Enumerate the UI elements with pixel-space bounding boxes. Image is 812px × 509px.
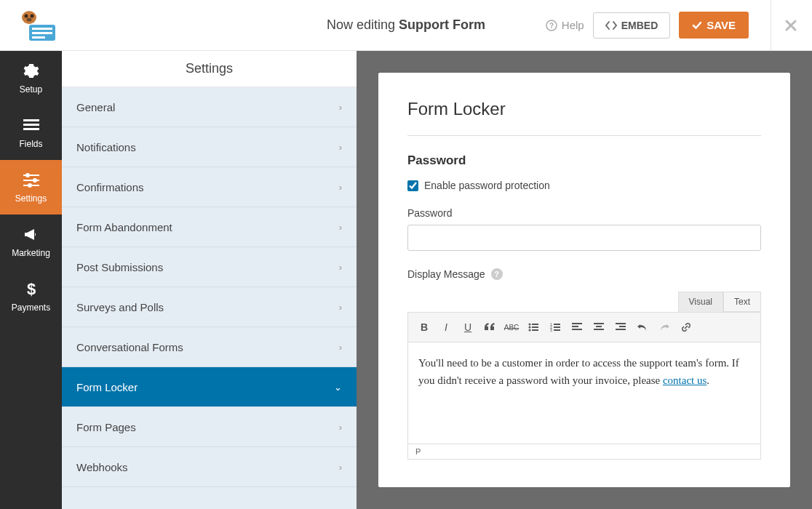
help-tooltip-icon[interactable]: ? <box>491 268 503 280</box>
panel-title: Form Locker <box>407 99 761 136</box>
svg-point-0 <box>22 11 36 24</box>
italic-button[interactable]: I <box>436 317 456 337</box>
nav-label: Fields <box>19 139 42 149</box>
display-message-label: Display Message ? <box>407 268 761 280</box>
svg-point-2 <box>31 14 34 17</box>
chevron-right-icon: › <box>339 342 342 353</box>
enable-password-checkbox-row[interactable]: Enable password protection <box>407 180 761 191</box>
svg-rect-40 <box>616 329 626 330</box>
numbered-list-button[interactable]: 123 <box>545 317 565 337</box>
svg-point-16 <box>33 178 37 183</box>
chevron-right-icon: › <box>339 182 342 193</box>
editor-toolbar: B I U ABC 123 <box>407 312 761 342</box>
settings-item-label: Conversational Forms <box>76 341 183 353</box>
code-icon <box>605 20 617 31</box>
chevron-right-icon: › <box>339 422 342 433</box>
wpforms-logo[interactable] <box>15 7 58 44</box>
svg-rect-6 <box>32 32 52 34</box>
svg-rect-5 <box>32 28 52 30</box>
save-button[interactable]: SAVE <box>679 12 749 39</box>
contact-us-link[interactable]: contact us <box>663 374 706 386</box>
redo-button[interactable] <box>654 317 674 337</box>
svg-rect-33 <box>572 326 578 327</box>
nav-label: Payments <box>12 302 50 313</box>
gear-icon <box>23 63 40 80</box>
nav-fields[interactable]: Fields <box>0 105 62 160</box>
settings-item-label: Post Submissions <box>76 261 163 273</box>
help-icon: ? <box>546 20 557 31</box>
settings-item-webhooks[interactable]: Webhooks› <box>62 447 357 487</box>
align-left-button[interactable] <box>567 317 587 337</box>
settings-item-confirmations[interactable]: Confirmations› <box>62 167 357 207</box>
chevron-right-icon: › <box>339 302 342 313</box>
svg-rect-25 <box>532 329 538 331</box>
align-right-button[interactable] <box>610 317 631 337</box>
bullhorn-icon <box>23 226 40 244</box>
close-button[interactable] <box>771 0 797 51</box>
settings-item-label: Form Pages <box>76 421 136 433</box>
help-link[interactable]: ? Help <box>546 19 584 31</box>
svg-rect-27 <box>554 324 560 325</box>
nav-settings[interactable]: Settings <box>0 160 62 215</box>
align-center-button[interactable] <box>589 317 609 337</box>
svg-rect-38 <box>616 323 626 324</box>
settings-item-label: General <box>76 101 115 113</box>
nav-label: Setup <box>20 84 42 95</box>
editor-tab-visual[interactable]: Visual <box>678 292 723 312</box>
svg-point-14 <box>25 173 30 177</box>
svg-text:3: 3 <box>550 328 552 332</box>
settings-item-form-locker[interactable]: Form Locker⌄ <box>62 367 357 407</box>
password-input[interactable] <box>407 225 761 251</box>
editor-status-path: P <box>407 444 761 460</box>
chevron-right-icon: › <box>339 142 342 153</box>
settings-item-label: Form Locker <box>76 381 138 393</box>
svg-rect-35 <box>594 323 604 324</box>
settings-item-notifications[interactable]: Notifications› <box>62 127 357 167</box>
checkbox-label: Enable password protection <box>424 180 550 191</box>
svg-point-18 <box>28 183 32 188</box>
svg-rect-10 <box>23 119 39 121</box>
link-button[interactable] <box>676 317 696 337</box>
close-icon <box>784 19 797 32</box>
settings-item-conversational-forms[interactable]: Conversational Forms› <box>62 327 357 367</box>
nav-setup[interactable]: Setup <box>0 51 62 105</box>
svg-point-1 <box>25 14 28 17</box>
sliders-icon <box>23 172 40 189</box>
editor-tab-text[interactable]: Text <box>723 292 761 312</box>
svg-rect-36 <box>596 326 602 327</box>
settings-item-general[interactable]: General› <box>62 87 357 127</box>
settings-item-label: Form Abandonment <box>76 221 172 233</box>
dollar-icon: $ <box>23 281 40 298</box>
bullet-list-button[interactable] <box>523 317 544 337</box>
settings-item-form-abandonment[interactable]: Form Abandonment› <box>62 207 357 247</box>
chevron-down-icon: ⌄ <box>334 382 342 393</box>
embed-button[interactable]: EMBED <box>593 12 671 39</box>
underline-button[interactable]: U <box>458 317 478 337</box>
help-label: Help <box>562 19 584 31</box>
nav-marketing[interactable]: Marketing <box>0 215 62 269</box>
undo-button[interactable] <box>632 317 653 337</box>
svg-rect-23 <box>532 326 538 328</box>
svg-rect-7 <box>32 36 45 39</box>
enable-password-checkbox[interactable] <box>407 180 418 191</box>
svg-rect-11 <box>23 124 39 126</box>
settings-item-surveys-polls[interactable]: Surveys and Polls› <box>62 287 357 327</box>
editing-label: Now editing Support Form <box>327 17 485 33</box>
section-title: Password <box>407 153 761 168</box>
nav-label: Marketing <box>12 248 50 258</box>
chevron-right-icon: › <box>339 262 342 273</box>
list-icon <box>23 117 40 135</box>
editor-content[interactable]: You'll need to be a customer in order to… <box>407 342 761 444</box>
bold-button[interactable]: B <box>414 317 434 337</box>
settings-item-post-submissions[interactable]: Post Submissions› <box>62 247 357 287</box>
nav-payments[interactable]: $ Payments <box>0 269 62 324</box>
svg-point-24 <box>529 329 531 332</box>
blockquote-button[interactable] <box>479 317 500 337</box>
strikethrough-button[interactable]: ABC <box>501 317 522 337</box>
svg-rect-29 <box>554 326 560 328</box>
settings-item-form-pages[interactable]: Form Pages› <box>62 407 357 447</box>
save-label: SAVE <box>706 19 736 31</box>
nav-label: Settings <box>15 193 47 204</box>
svg-rect-39 <box>619 326 626 327</box>
svg-rect-21 <box>532 324 538 325</box>
